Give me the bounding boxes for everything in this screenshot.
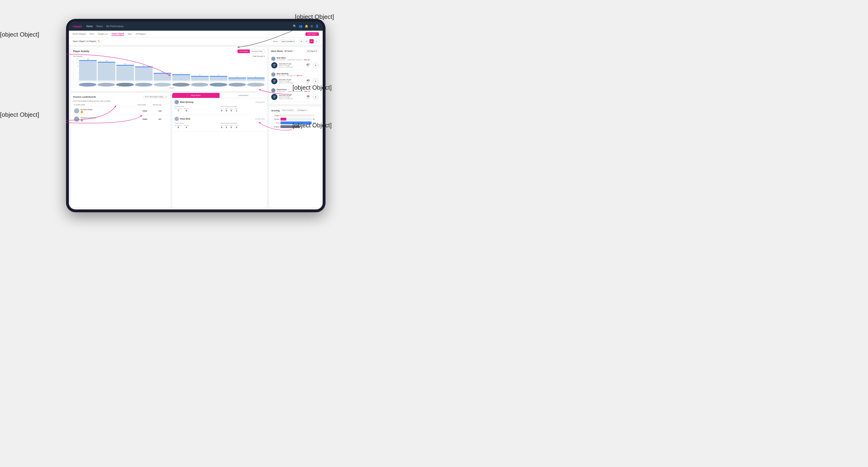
shots-players-dropdown[interactable]: All Players ▾	[306, 49, 318, 53]
leaderboard-row: Richard Butler 1 19/20 110	[73, 106, 168, 115]
scoring-par-dropdown[interactable]: Par 3, 4 & 5s ▾	[281, 109, 294, 112]
shot-info-2: Shot Dist: 43 yds Start Lie: Rough End L…	[279, 79, 303, 84]
annotation-3: [object Object]	[295, 13, 334, 21]
toggle-practice-drills[interactable]: Practice Drills	[250, 50, 265, 53]
tab-least-active[interactable]: Least Active	[220, 93, 267, 98]
tab-team-clippd[interactable]: Team Clippd	[111, 33, 124, 36]
practice-row-mcharg: GTT 0 APP 0 ARG	[220, 108, 265, 112]
chart-filter-dropdown[interactable]: Total Rounds ▾	[253, 55, 265, 57]
bell-icon[interactable]: 🔔	[305, 25, 308, 28]
shot-avatar-mcharg	[271, 72, 276, 76]
shot-chevron-1[interactable]: ›	[318, 58, 318, 60]
view-grid-large[interactable]: ⊞	[299, 39, 303, 43]
shot-player-name-2: Blair McHarg	[277, 73, 302, 75]
nav-teams[interactable]: Teams	[96, 25, 103, 28]
shot-metric-zero-1: 0	[313, 63, 318, 68]
shot-avatar-ford	[271, 88, 276, 92]
main-content: Player Activity On Course Practice Drill…	[69, 45, 323, 210]
scoring-count-eagles: 3	[313, 115, 318, 116]
nav-my-performance[interactable]: My Performance	[106, 25, 123, 28]
toggle-on-course[interactable]: On Course	[238, 50, 250, 53]
shot-metric-1: 67 yds	[305, 63, 311, 67]
tab-tour[interactable]: Tour	[128, 33, 132, 36]
tab-most-active[interactable]: Most Active	[172, 93, 220, 98]
stats-grid-britt: Total Rounds Tournament 8 Practice	[175, 122, 265, 129]
show-controls: Show: Last 3 months ▾ ⊞ ⊟ ♥ ≡	[273, 39, 319, 43]
bar-robertson: 2	[247, 76, 265, 81]
bottom-left-cards: Practice Leaderboards PUTT Must Make Put…	[71, 93, 267, 208]
player-name-crossman: Edward Crossman	[81, 117, 96, 119]
tab-hcaps[interactable]: Hcaps 1-5	[98, 33, 107, 36]
player-info-butler: Richard Butler 1	[74, 108, 137, 114]
shots-tab-all[interactable]: All Shots	[284, 50, 293, 52]
avatar-ford	[116, 83, 134, 87]
lb-col-avg: PB AVG SQ	[153, 104, 167, 106]
players-x-label: Players	[73, 87, 265, 89]
edit-icon[interactable]: ✏️	[98, 40, 100, 42]
total-practice-label-mcharg: Total Practice Activities	[220, 106, 265, 107]
scoring-label-birdies: Birdies	[271, 118, 280, 120]
nav-home[interactable]: Home	[86, 25, 93, 28]
users-icon[interactable]: 👥	[299, 25, 302, 28]
shot-hole-1: Hole 15	[304, 59, 309, 61]
y-label-0: 0	[78, 79, 79, 81]
player-activity-card: Player Activity On Course Practice Drill…	[71, 47, 267, 91]
practice-leaderboards-card: Practice Leaderboards PUTT Must Make Put…	[71, 93, 170, 208]
tab-all-players[interactable]: All Players	[135, 33, 146, 36]
shot-entry-1: Matt Miller 09 Jun 2023 · Royal North De…	[271, 55, 318, 70]
shot-avatar-miller	[271, 57, 276, 61]
scoring-players-dropdown[interactable]: All Players ▾	[296, 109, 308, 112]
pb-avg-crossman: 107	[153, 118, 167, 120]
shot-details-3: 198 SG Shot Dist: 16 yds Start Lie: Roug…	[271, 94, 318, 100]
avatar-row	[73, 83, 265, 87]
active-toggle: Most Active Least Active	[172, 93, 267, 98]
scoring-header: Scoring Par 3, 4 & 5s ▾ All Players ▾	[271, 109, 318, 112]
most-active-card: Most Active Least Active Blair McHarg 26…	[172, 93, 267, 208]
player-name-butler: Richard Butler	[81, 108, 93, 111]
annotation-4: [object Object]	[292, 84, 332, 92]
nav-icons: 🔍 👥 🔔 ⊕ 👤	[293, 25, 319, 28]
practice-dropdown[interactable]: PUTT Must Make Putting ... ▾	[144, 95, 168, 99]
avatar-crossman	[228, 83, 246, 87]
scoring-row-birdies: Birdies 96	[271, 118, 318, 121]
active-player-header-britt: Rees Britt 02 Sep 2023	[175, 117, 265, 121]
shot-metric-zero-2: 0	[313, 78, 318, 84]
bar-billingham: 4	[172, 73, 190, 81]
rounds-row-mcharg: Tournament 7 Practice 6	[175, 108, 219, 112]
tab-pga[interactable]: PGA	[90, 33, 94, 36]
shot-course-1: 09 Jun 2023	[277, 59, 285, 61]
scoring-bar-eagles	[280, 114, 312, 117]
avatar-mcharg	[79, 83, 96, 87]
view-heart[interactable]: ♥	[309, 39, 314, 43]
user-circle-icon[interactable]: 👤	[315, 25, 319, 28]
avatar-butler	[191, 83, 209, 87]
bar-butler: 3	[191, 74, 209, 81]
practice-header: Practice Leaderboards PUTT Must Make Put…	[73, 95, 168, 99]
lb-col-pb: PB SCORE	[138, 104, 152, 106]
view-grid-small[interactable]: ⊟	[304, 39, 309, 43]
shot-details-1: 200 SG Shot Dist: 67 yds Start Lie: Roug…	[271, 62, 318, 68]
pb-avg-butler: 110	[153, 110, 167, 112]
view-filter[interactable]: ≡	[315, 39, 319, 43]
view-toggle-group: ⊞ ⊟ ♥ ≡	[299, 39, 319, 43]
stat-practice-mcharg: Practice 6	[184, 108, 189, 112]
stats-grid-mcharg: Total Rounds Tournament 7 Practice	[175, 106, 265, 112]
add-team-button[interactable]: Add Team+	[305, 32, 319, 36]
tablet-screen: clippd Home Teams My Performance 🔍 👥 🔔 ⊕…	[69, 22, 323, 210]
shot-info-3: Shot Dist: 16 yds Start Lie: Rough End L…	[279, 95, 303, 99]
shot-chevron-2[interactable]: ›	[318, 73, 318, 76]
shot-metric-3: 16 yds	[305, 95, 311, 99]
avatar-mcharg-active	[175, 100, 179, 104]
bar-chart: 15 10 5 0 13 12	[73, 58, 265, 82]
time-period-dropdown[interactable]: Last 3 months ▾	[280, 40, 296, 43]
bar-coles: 9	[135, 65, 153, 81]
search-icon[interactable]: 🔍	[293, 25, 297, 28]
y-label-15: 15	[77, 58, 79, 60]
tab-pgat-players[interactable]: PGAT Players	[73, 33, 86, 36]
y-label-10: 10	[77, 65, 79, 67]
y-axis-labels: 15 10 5 0	[73, 58, 79, 81]
lb-col-name: PLAYER NAME	[74, 104, 137, 106]
shot-player-name-1: Matt Miller	[277, 57, 309, 59]
plus-circle-icon[interactable]: ⊕	[311, 25, 313, 28]
active-date-britt: 02 Sep 2023	[255, 118, 265, 120]
